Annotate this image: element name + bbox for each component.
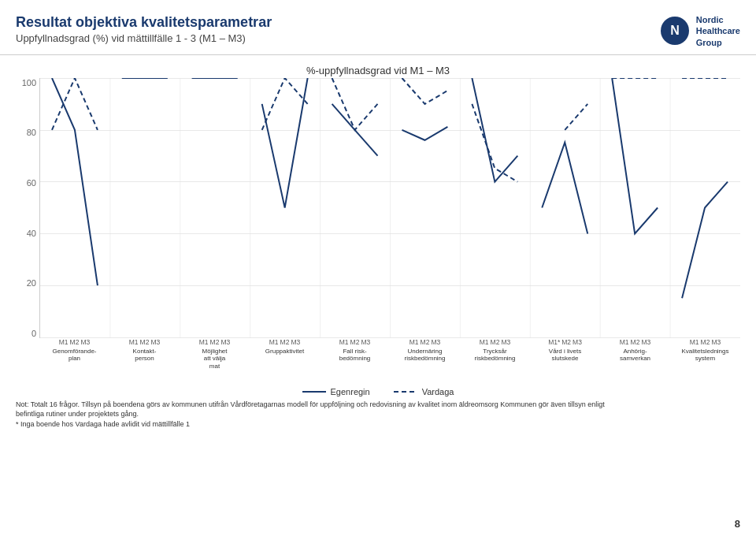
- legend-vardaga-label: Vardaga: [422, 387, 454, 396]
- chart-legend: Egenregin Vardaga: [16, 387, 740, 396]
- page-number: 8: [735, 518, 740, 530]
- legend-vardaga-line: [394, 391, 417, 393]
- legend-vardaga: Vardaga: [394, 387, 454, 396]
- footer-note-2: befintliga rutiner under projektets gång…: [16, 409, 740, 419]
- x-axis: M1 M2 M3 Genomförande-plan M1 M2 M3 Kont…: [39, 338, 740, 385]
- x-group-9: M1 M2 M3 Anhörig-samverkan: [600, 338, 670, 385]
- legend-egenregin-label: Egenregin: [331, 387, 370, 396]
- legend-egenregin: Egenregin: [302, 387, 370, 396]
- y-label-20: 20: [27, 278, 36, 288]
- logo-area: N Nordic Healthcare Group: [660, 14, 740, 48]
- x-group-8: M1* M2 M3 Vård i livetsslutskede: [530, 338, 600, 385]
- chart-section: %-uppfyllnadsgrad vid M1 – M3 100 80 60 …: [0, 55, 756, 396]
- chart-title: %-uppfyllnadsgrad vid M1 – M3: [16, 65, 740, 76]
- nhg-logo-icon: N: [660, 16, 690, 46]
- y-label-40: 40: [27, 229, 36, 238]
- footer-note-1: Not: Totalt 16 frågor. Tillsyn på boende…: [16, 400, 740, 410]
- x-group-2: M1 M2 M3 Kontakt-person: [109, 338, 180, 385]
- y-label-60: 60: [27, 178, 36, 188]
- y-label-0: 0: [32, 329, 36, 338]
- x-group-4: M1 M2 M3 Gruppaktivitet: [250, 338, 320, 385]
- chart-wrapper: 100 80 60 40 20 0: [16, 78, 740, 385]
- legend-egenregin-line: [302, 391, 326, 393]
- page-subtitle: Uppfyllnadsgrad (%) vid mättillfälle 1 -…: [16, 32, 272, 44]
- page-header: Resultat objektiva kvalitetsparametrar U…: [0, 0, 756, 55]
- header-title-block: Resultat objektiva kvalitetsparametrar U…: [16, 14, 272, 44]
- chart-svg: [40, 78, 740, 337]
- page-title: Resultat objektiva kvalitetsparametrar: [16, 14, 272, 31]
- x-group-5: M1 M2 M3 Fall risk-bedömning: [320, 338, 390, 385]
- svg-text:N: N: [670, 24, 680, 37]
- y-axis: 100 80 60 40 20 0: [16, 78, 39, 338]
- y-label-80: 80: [27, 128, 36, 137]
- x-group-3: M1 M2 M3 Möjlighetatt väljamat: [180, 338, 250, 385]
- logo-text: Nordic Healthcare Group: [696, 14, 740, 48]
- chart-area: [39, 78, 740, 338]
- x-group-7: M1 M2 M3 Trycksårriskbedömning: [460, 338, 530, 385]
- x-group-1: M1 M2 M3 Genomförande-plan: [39, 338, 109, 385]
- y-label-100: 100: [22, 78, 36, 87]
- footer-note-3: * Inga boende hos Vardaga hade avlidit v…: [16, 419, 740, 430]
- footer-notes: Not: Totalt 16 frågor. Tillsyn på boende…: [0, 396, 756, 430]
- x-group-10: M1 M2 M3 Kvalitetsledningssystem: [670, 338, 740, 385]
- x-group-6: M1 M2 M3 Undernäringriskbedömning: [390, 338, 460, 385]
